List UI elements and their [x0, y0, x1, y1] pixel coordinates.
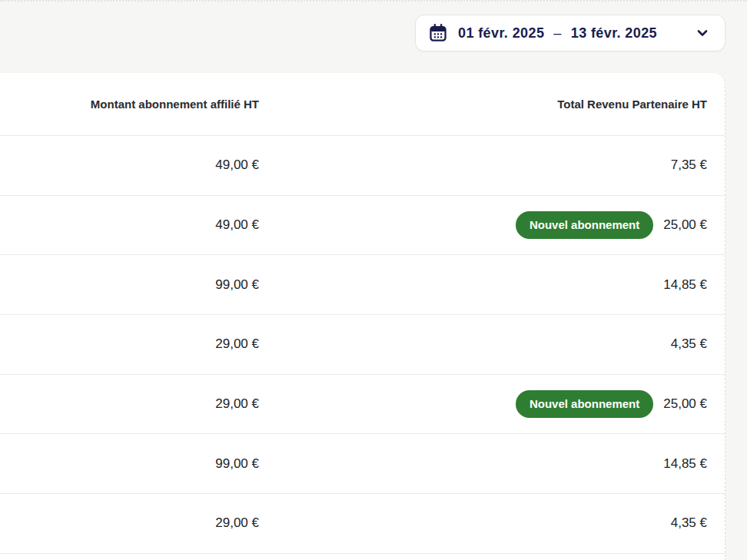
table-row: 29,00 € 4,35 €: [0, 315, 725, 375]
amount-cell: 99,00 €: [0, 277, 259, 293]
revenue-table-card: Montant abonnement affilié HT Total Reve…: [0, 73, 725, 560]
date-range-picker-button[interactable]: 01 févr. 2025 – 13 févr. 2025: [415, 15, 725, 51]
revenue-cell: 25,00 €: [663, 396, 707, 412]
date-range-separator: –: [553, 25, 561, 41]
revenue-cell: 4,35 €: [671, 515, 707, 531]
revenue-cell: 4,35 €: [671, 336, 707, 352]
table-row: 49,00 € 7,35 €: [0, 136, 725, 196]
page-top-dotted-divider: [0, 0, 747, 2]
table-row: 99,00 € 14,85 €: [0, 434, 725, 494]
column-header-amount: Montant abonnement affilié HT: [0, 98, 259, 111]
amount-cell: 29,00 €: [0, 396, 259, 412]
amount-cell: 99,00 €: [0, 456, 259, 472]
table-row: 29,00 € Nouvel abonnement 25,00 €: [0, 375, 725, 435]
column-header-revenue: Total Revenu Partenaire HT: [259, 98, 725, 111]
calendar-icon: [428, 23, 448, 43]
table-header-row: Montant abonnement affilié HT Total Reve…: [0, 73, 725, 136]
amount-cell: 49,00 €: [0, 217, 259, 233]
amount-cell: 29,00 €: [0, 515, 259, 531]
chevron-down-icon: [696, 26, 709, 40]
table-row: 29,00 € 4,35 €: [0, 494, 725, 554]
new-subscription-badge: Nouvel abonnement: [516, 211, 653, 239]
revenue-cell: 14,85 €: [663, 456, 707, 472]
table-row: 49,00 € Nouvel abonnement 25,00 €: [0, 196, 725, 256]
amount-cell: 29,00 €: [0, 336, 259, 352]
date-range-start: 01 févr. 2025: [458, 25, 544, 41]
table-row: 99,00 € 14,85 €: [0, 255, 725, 315]
revenue-cell: 7,35 €: [671, 157, 707, 173]
amount-cell: 49,00 €: [0, 157, 259, 173]
date-range-end: 13 févr. 2025: [571, 25, 657, 41]
new-subscription-badge: Nouvel abonnement: [516, 390, 653, 418]
revenue-cell: 25,00 €: [663, 217, 707, 233]
table-row-partial: [0, 554, 725, 560]
revenue-cell: 14,85 €: [663, 277, 707, 293]
